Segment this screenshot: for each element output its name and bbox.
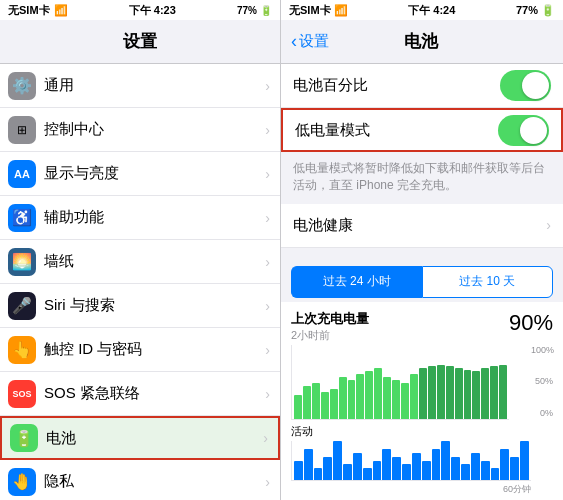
battery-bar-5: [339, 377, 347, 419]
activity-bar-2: [314, 468, 323, 480]
battery-percent-toggle[interactable]: [500, 70, 551, 101]
left-title-bar: 设置: [0, 20, 280, 64]
battery-percent-label: 电池百分比: [293, 76, 500, 95]
wallpaper-label: 墙纸: [44, 252, 261, 271]
display-chevron: ›: [265, 166, 270, 182]
privacy-chevron: ›: [265, 474, 270, 490]
battery-health-chevron: ›: [546, 217, 551, 233]
y-label-100: 100%: [531, 345, 553, 355]
control-center-icon: ⊞: [8, 116, 36, 144]
right-panel: 无SIM卡 📶 下午 4:24 77% 🔋 ‹ 设置 电池 电池百分比 低: [281, 0, 563, 500]
x-label-right: 60分钟: [503, 483, 531, 496]
settings-item-battery[interactable]: 🔋 电池 ›: [0, 416, 280, 460]
right-time: 下午 4:24: [408, 3, 455, 18]
battery-bar-19: [464, 370, 472, 419]
battery-bar-17: [446, 366, 454, 419]
activity-bar-5: [343, 464, 352, 480]
chart-area: 上次充电电量 2小时前 90% 100% 50% 0% 活动 60分钟: [281, 302, 563, 500]
wallpaper-icon: 🌅: [8, 248, 36, 276]
battery-percent-row: 电池百分比: [281, 64, 563, 108]
chart-tab-bar: 过去 24 小时 过去 10 天: [281, 258, 563, 302]
battery-bar-3: [321, 392, 329, 419]
accessibility-icon: ♿: [8, 204, 36, 232]
left-panel: 无SIM卡 📶 下午 4:23 77% 🔋 设置 ⚙️ 通用 › ⊞ 控制中心 …: [0, 0, 281, 500]
activity-bar-4: [333, 441, 342, 480]
wallpaper-chevron: ›: [265, 254, 270, 270]
settings-item-privacy[interactable]: 🤚 隐私 ›: [0, 460, 280, 500]
y-label-50: 50%: [531, 376, 553, 386]
battery-bar-2: [312, 383, 320, 419]
settings-item-control-center[interactable]: ⊞ 控制中心 ›: [0, 108, 280, 152]
spacer-1: [281, 248, 563, 258]
chart-value: 90%: [509, 310, 553, 336]
activity-bars: [291, 441, 531, 481]
battery-bar-0: [294, 395, 302, 419]
back-chevron-icon: ‹: [291, 31, 297, 52]
chart-title-block: 上次充电电量 2小时前: [291, 310, 369, 343]
control-center-icon-wrap: ⊞: [0, 116, 44, 144]
activity-bar-0: [294, 461, 303, 481]
activity-bar-20: [491, 468, 500, 480]
low-power-toggle-knob: [520, 117, 547, 144]
accessibility-label: 辅助功能: [44, 208, 261, 227]
display-icon: AA: [8, 160, 36, 188]
settings-list: ⚙️ 通用 › ⊞ 控制中心 › AA 显示与亮度 › ♿ 辅助功能 ›: [0, 64, 280, 500]
tab-10d[interactable]: 过去 10 天: [422, 266, 554, 298]
battery-bar-16: [437, 365, 445, 419]
battery-pct-right: 77%: [516, 4, 538, 16]
touch-id-label: 触控 ID 与密码: [44, 340, 261, 359]
activity-bar-8: [373, 461, 382, 481]
battery-bar-12: [401, 383, 409, 419]
activity-bar-6: [353, 453, 362, 480]
battery-bar-21: [481, 368, 489, 419]
carrier-text: 无SIM卡: [8, 3, 50, 18]
settings-item-wallpaper[interactable]: 🌅 墙纸 ›: [0, 240, 280, 284]
battery-bar-23: [499, 365, 507, 419]
battery-bar-1: [303, 386, 311, 419]
activity-bar-3: [323, 457, 332, 480]
settings-item-touch-id[interactable]: 👆 触控 ID 与密码 ›: [0, 328, 280, 372]
battery-bar-8: [365, 371, 373, 419]
battery-bar-10: [383, 377, 391, 419]
activity-section: 活动 60分钟: [291, 424, 553, 496]
sos-icon: SOS: [8, 380, 36, 408]
battery-bar-11: [392, 380, 400, 419]
activity-bar-22: [510, 457, 519, 480]
general-label: 通用: [44, 76, 261, 95]
right-battery-status: 77% 🔋: [516, 4, 555, 17]
display-icon-wrap: AA: [0, 160, 44, 188]
settings-item-accessibility[interactable]: ♿ 辅助功能 ›: [0, 196, 280, 240]
left-battery-status: 77% 🔋: [237, 5, 272, 16]
left-page-title: 设置: [123, 30, 157, 53]
battery-icon-left: 🔋: [260, 5, 272, 16]
back-button[interactable]: ‹ 设置: [291, 31, 329, 52]
battery-bar-15: [428, 366, 436, 419]
activity-bar-1: [304, 449, 313, 480]
tab-24h[interactable]: 过去 24 小时: [291, 266, 422, 298]
battery-bars: [291, 345, 509, 420]
left-status-carrier: 无SIM卡 📶: [8, 3, 68, 18]
settings-item-sos[interactable]: SOS SOS 紧急联络 ›: [0, 372, 280, 416]
activity-bar-11: [402, 464, 411, 480]
battery-bar-13: [410, 374, 418, 419]
settings-item-siri[interactable]: 🎤 Siri 与搜索 ›: [0, 284, 280, 328]
chart-subtitle: 2小时前: [291, 328, 369, 343]
low-power-toggle[interactable]: [498, 115, 549, 146]
touch-id-icon-wrap: 👆: [0, 336, 44, 364]
battery-bar-6: [348, 380, 356, 419]
activity-bar-19: [481, 461, 490, 481]
touch-id-icon: 👆: [8, 336, 36, 364]
activity-bar-10: [392, 457, 401, 480]
settings-item-display[interactable]: AA 显示与亮度 ›: [0, 152, 280, 196]
left-status-bar: 无SIM卡 📶 下午 4:23 77% 🔋: [0, 0, 280, 20]
battery-health-row[interactable]: 电池健康 ›: [281, 204, 563, 248]
right-nav-bar: ‹ 设置 电池: [281, 20, 563, 64]
settings-item-general[interactable]: ⚙️ 通用 ›: [0, 64, 280, 108]
right-page-title: 电池: [329, 30, 513, 53]
general-icon-wrap: ⚙️: [0, 72, 44, 100]
right-status-carrier: 无SIM卡 📶: [289, 3, 348, 18]
battery-label: 电池: [46, 429, 259, 448]
privacy-icon: 🤚: [8, 468, 36, 496]
activity-bar-17: [461, 464, 470, 480]
right-content: 电池百分比 低电量模式 低电量模式将暂时降低如下载和邮件获取等后台活动，直至 i…: [281, 64, 563, 500]
